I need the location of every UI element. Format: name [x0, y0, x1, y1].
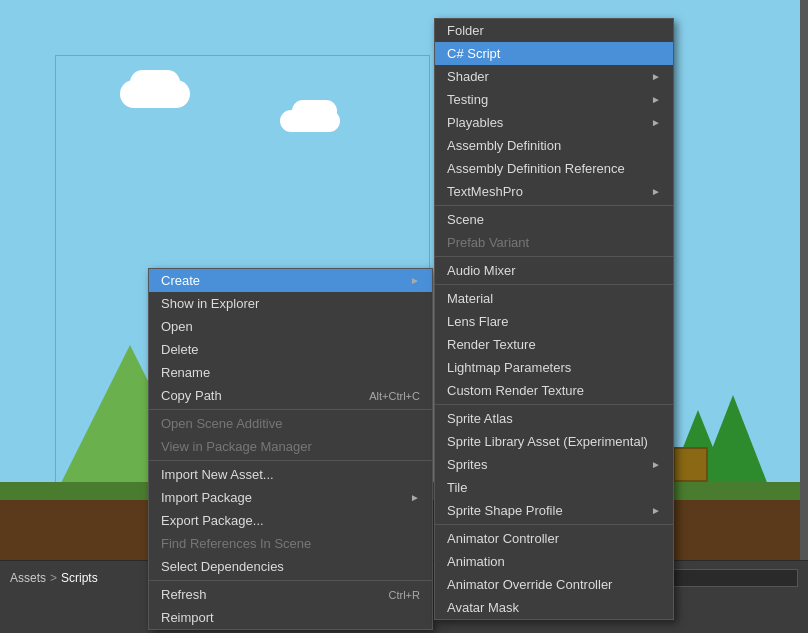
shortcut-refresh: Ctrl+R [389, 589, 420, 601]
separator-1 [149, 409, 432, 410]
shortcut-copy-path: Alt+Ctrl+C [369, 390, 420, 402]
menu-item-assembly-definition-ref[interactable]: Assembly Definition Reference [435, 157, 673, 180]
menu-item-copy-path[interactable]: Copy Path Alt+Ctrl+C [149, 384, 432, 407]
menu-item-rename[interactable]: Rename [149, 361, 432, 384]
breadcrumb-separator: > [50, 571, 57, 585]
menu-item-prefab-variant: Prefab Variant [435, 231, 673, 254]
right-separator-2 [435, 256, 673, 257]
menu-item-create[interactable]: Create ► [149, 269, 432, 292]
menu-item-audio-mixer[interactable]: Audio Mixer [435, 259, 673, 282]
scroll-indicator[interactable] [800, 0, 808, 560]
menu-item-textmeshpro[interactable]: TextMeshPro ► [435, 180, 673, 203]
submenu-arrow-shader: ► [651, 71, 661, 82]
submenu-arrow-playables: ► [651, 117, 661, 128]
menu-item-playables[interactable]: Playables ► [435, 111, 673, 134]
right-separator-4 [435, 404, 673, 405]
menu-item-sprites[interactable]: Sprites ► [435, 453, 673, 476]
cloud-2b [292, 100, 337, 122]
menu-item-lens-flare[interactable]: Lens Flare [435, 310, 673, 333]
cloud-1b [130, 70, 180, 95]
menu-item-open[interactable]: Open [149, 315, 432, 338]
menu-item-csharp-script[interactable]: C# Script [435, 42, 673, 65]
right-context-menu: Folder C# Script Shader ► Testing ► Play… [434, 18, 674, 620]
breadcrumb-root: Assets [10, 571, 46, 585]
submenu-arrow-import-package: ► [410, 492, 420, 503]
menu-item-animator-controller[interactable]: Animator Controller [435, 527, 673, 550]
left-context-menu: Create ► Show in Explorer Open Delete Re… [148, 268, 433, 630]
submenu-arrow-sprite-shape: ► [651, 505, 661, 516]
menu-item-sprite-library-asset[interactable]: Sprite Library Asset (Experimental) [435, 430, 673, 453]
menu-item-animation[interactable]: Animation [435, 550, 673, 573]
separator-2 [149, 460, 432, 461]
right-separator-1 [435, 205, 673, 206]
menu-item-open-scene-additive: Open Scene Additive [149, 412, 432, 435]
menu-item-testing[interactable]: Testing ► [435, 88, 673, 111]
submenu-arrow-sprites: ► [651, 459, 661, 470]
breadcrumb: Assets > Scripts [10, 571, 98, 585]
menu-item-import-package[interactable]: Import Package ► [149, 486, 432, 509]
crate-1 [673, 447, 708, 482]
submenu-arrow-create: ► [410, 275, 420, 286]
menu-item-avatar-mask[interactable]: Avatar Mask [435, 596, 673, 619]
menu-item-export-package[interactable]: Export Package... [149, 509, 432, 532]
menu-item-select-dependencies[interactable]: Select Dependencies [149, 555, 432, 578]
menu-item-refresh[interactable]: Refresh Ctrl+R [149, 583, 432, 606]
breadcrumb-current: Scripts [61, 571, 98, 585]
menu-item-custom-render-texture[interactable]: Custom Render Texture [435, 379, 673, 402]
right-separator-3 [435, 284, 673, 285]
menu-item-folder[interactable]: Folder [435, 19, 673, 42]
menu-item-render-texture[interactable]: Render Texture [435, 333, 673, 356]
submenu-arrow-testing: ► [651, 94, 661, 105]
menu-item-assembly-definition[interactable]: Assembly Definition [435, 134, 673, 157]
menu-item-import-new-asset[interactable]: Import New Asset... [149, 463, 432, 486]
menu-item-tile[interactable]: Tile [435, 476, 673, 499]
menu-item-find-references: Find References In Scene [149, 532, 432, 555]
menu-item-sprite-atlas[interactable]: Sprite Atlas [435, 407, 673, 430]
submenu-arrow-textmeshpro: ► [651, 186, 661, 197]
right-separator-5 [435, 524, 673, 525]
menu-item-sprite-shape-profile[interactable]: Sprite Shape Profile ► [435, 499, 673, 522]
menu-item-delete[interactable]: Delete [149, 338, 432, 361]
menu-item-lightmap-parameters[interactable]: Lightmap Parameters [435, 356, 673, 379]
menu-item-scene[interactable]: Scene [435, 208, 673, 231]
menu-item-animator-override-controller[interactable]: Animator Override Controller [435, 573, 673, 596]
separator-3 [149, 580, 432, 581]
menu-item-shader[interactable]: Shader ► [435, 65, 673, 88]
menu-item-material[interactable]: Material [435, 287, 673, 310]
menu-item-view-in-package-manager: View in Package Manager [149, 435, 432, 458]
menu-item-reimport[interactable]: Reimport [149, 606, 432, 629]
menu-item-show-in-explorer[interactable]: Show in Explorer [149, 292, 432, 315]
